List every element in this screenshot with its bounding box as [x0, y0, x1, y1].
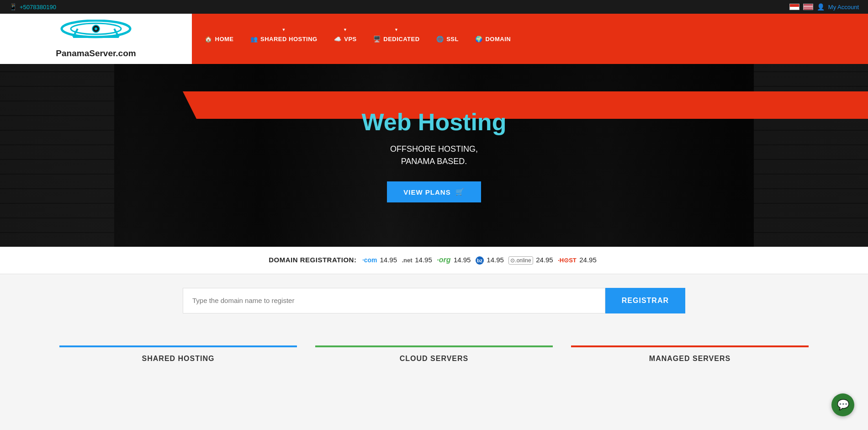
flag-usa[interactable] [803, 4, 813, 10]
cloud-servers-title: CLOUD SERVERS [400, 355, 469, 363]
domain-registration-bar: DOMAIN REGISTRATION: ·com 14.95 .net 14.… [0, 247, 868, 274]
tld-com: ·com [362, 256, 379, 264]
view-plans-button[interactable]: VIEW PLANS 🛒 [387, 181, 481, 202]
managed-servers-title: MANAGED SERVERS [649, 355, 730, 363]
registrar-button[interactable]: REGISTRAR [605, 288, 685, 313]
nav-domain[interactable]: 🌍 DOMAIN [467, 14, 519, 64]
cloud-servers-bar [315, 345, 553, 347]
tld-org: ·org [437, 256, 453, 264]
person-icon: 👤 [817, 3, 825, 11]
shared-hosting-dropdown-arrow: ▼ [281, 27, 286, 32]
hero-title: Web Hosting [362, 108, 507, 136]
hero-section: Web Hosting OFFSHORE HOSTING, PANAMA BAS… [0, 64, 868, 247]
tld-biz-icon: bz [476, 256, 484, 265]
nav-shared-hosting[interactable]: 👥 SHARED HOSTING ▼ [242, 14, 326, 64]
header: PanamaServer.com 🏠 HOME 👥 SHARED HOSTING… [0, 14, 868, 64]
bottom-section: SHARED HOSTING CLOUD SERVERS MANAGED SER… [0, 327, 868, 367]
my-account-link[interactable]: My Account [828, 4, 859, 11]
domain-search-inner: REGISTRAR [183, 288, 685, 313]
top-bar: 📱 +5078380190 👤 My Account [0, 0, 868, 14]
shared-hosting-bar [59, 345, 297, 347]
hero-banner [183, 91, 868, 119]
managed-servers-bar [571, 345, 809, 347]
dedicated-icon: 🖥️ [373, 36, 381, 42]
logo-image [55, 20, 137, 49]
nav-home[interactable]: 🏠 HOME [196, 14, 242, 64]
dedicated-dropdown-arrow: ▼ [394, 27, 398, 32]
shared-hosting-icon: 👥 [250, 36, 258, 42]
logo: PanamaServer.com [55, 20, 137, 58]
bottom-card-cloud: CLOUD SERVERS [306, 341, 562, 367]
bottom-card-shared: SHARED HOSTING [50, 341, 306, 367]
domain-icon: 🌍 [475, 36, 483, 42]
cart-icon: 🛒 [455, 188, 465, 196]
svg-point-6 [95, 27, 97, 30]
tld-online: ⊙.online [508, 256, 533, 265]
home-icon: 🏠 [205, 36, 212, 42]
phone-icon: 📱 [9, 3, 17, 11]
tld-net: .net [402, 257, 414, 264]
domain-search-input[interactable] [183, 288, 605, 313]
nav-ssl[interactable]: 🌐 SSL [428, 14, 467, 64]
nav-dedicated[interactable]: 🖥️ DEDICATED ▼ [365, 14, 428, 64]
shared-hosting-title: SHARED HOSTING [142, 355, 215, 363]
logo-area: PanamaServer.com [0, 14, 192, 64]
hero-rack-left [0, 64, 114, 247]
tld-host: ·H⊙ST [558, 257, 577, 264]
domain-registration-label: DOMAIN REGISTRATION: [269, 256, 356, 264]
hero-content: Web Hosting OFFSHORE HOSTING, PANAMA BAS… [362, 108, 507, 202]
logo-text: PanamaServer.com [56, 48, 136, 58]
hero-subtitle: OFFSHORE HOSTING, PANAMA BASED. [362, 143, 507, 168]
top-bar-right: 👤 My Account [789, 3, 859, 11]
vps-dropdown-arrow: ▼ [343, 27, 347, 32]
bottom-card-managed: MANAGED SERVERS [562, 341, 818, 367]
nav-vps[interactable]: ☁️ VPS ▼ [326, 14, 365, 64]
domain-search-section: REGISTRAR [0, 274, 868, 327]
ssl-icon: 🌐 [436, 36, 444, 42]
vps-icon: ☁️ [334, 36, 342, 42]
phone-number: 📱 +5078380190 [9, 3, 56, 11]
flag-panama[interactable] [789, 4, 799, 10]
main-nav: 🏠 HOME 👥 SHARED HOSTING ▼ ☁️ VPS ▼ 🖥️ DE… [192, 14, 868, 64]
